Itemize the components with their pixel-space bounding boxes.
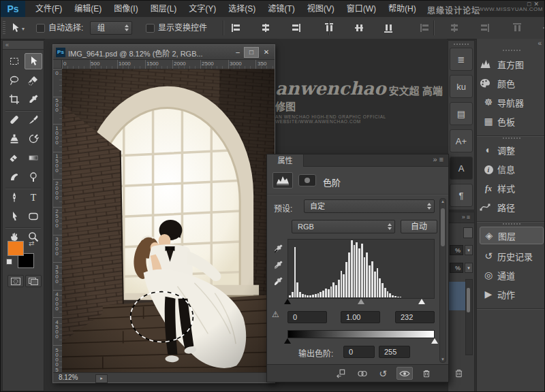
reset-icon[interactable]: ↺: [375, 367, 391, 380]
black-input-slider[interactable]: [284, 299, 291, 304]
delete-layer-icon[interactable]: [454, 368, 464, 378]
gray-point-eyedropper[interactable]: [271, 258, 285, 272]
paragraph-panel-icon[interactable]: ¶: [450, 184, 473, 207]
align-horizontal-centers-icon[interactable]: [260, 23, 271, 33]
selected-layer-sliver[interactable]: [448, 282, 466, 310]
output-black-field[interactable]: 0: [343, 346, 375, 358]
properties-scrollbar[interactable]: ▲ ▼: [439, 198, 446, 363]
auto-select-dropdown[interactable]: 组: [90, 21, 132, 35]
menu-help[interactable]: 帮助(H): [382, 1, 422, 17]
panel-menu-icon[interactable]: ≡: [467, 214, 471, 220]
scroll-up-icon[interactable]: ▲: [440, 199, 446, 203]
panel-actions[interactable]: ▶ 动作: [480, 285, 544, 303]
align-right-edges-icon[interactable]: [290, 23, 301, 33]
layers-scrollbar[interactable]: [465, 279, 473, 355]
fill-field-sliver[interactable]: %: [450, 263, 463, 273]
foreground-color-swatch[interactable]: [7, 241, 24, 256]
type-tool[interactable]: T: [25, 189, 42, 206]
zoom-level[interactable]: 8.12%: [59, 374, 78, 381]
rectangular-marquee-tool[interactable]: [5, 53, 23, 69]
opacity-field-sliver[interactable]: %: [450, 245, 463, 255]
panel-history[interactable]: ↺ 历史记录: [480, 247, 544, 265]
menu-file[interactable]: 文件(F): [29, 1, 68, 17]
opacity-dropdown-icon[interactable]: ▾: [465, 245, 473, 255]
document-titlebar[interactable]: Ps IMG_9641.psd @ 8.12% (色阶 2, RGB... – …: [53, 45, 275, 60]
layer-mask-icon[interactable]: [298, 174, 316, 186]
panel-adjustments[interactable]: ◐ 调整: [480, 141, 544, 159]
panel-paths[interactable]: 路径: [480, 198, 544, 216]
expand-icon[interactable]: »: [462, 214, 467, 220]
input-gamma-field[interactable]: 1.00: [341, 311, 380, 323]
character-styles-panel-icon[interactable]: A+: [450, 129, 473, 152]
status-info-button[interactable]: ▸: [95, 374, 108, 383]
align-bottom-edges-icon[interactable]: [384, 22, 393, 33]
menu-edit[interactable]: 编辑(E): [68, 1, 108, 17]
panel-histogram[interactable]: 直方图: [480, 55, 544, 73]
distribute-top-icon[interactable]: [420, 23, 431, 33]
distribute-hcenter-icon[interactable]: [542, 22, 545, 33]
menu-image[interactable]: 图像(I): [108, 1, 144, 17]
menu-type[interactable]: 文字(Y): [183, 1, 222, 17]
panel-navigator[interactable]: ☸ 导航器: [480, 93, 544, 111]
panel-layers-selected[interactable]: ◈ 图层: [480, 227, 544, 244]
swap-colors-icon[interactable]: ⇄: [29, 240, 34, 247]
scrollbar-thumb[interactable]: [467, 288, 470, 312]
screen-mode-button[interactable]: [25, 275, 42, 287]
align-left-edges-icon[interactable]: [231, 23, 242, 33]
distribute-vcenter-icon[interactable]: [449, 23, 460, 33]
dodge-tool[interactable]: [25, 169, 42, 185]
previous-state-icon[interactable]: [354, 367, 371, 380]
character-panel-icon[interactable]: A: [450, 157, 473, 180]
crop-tool[interactable]: [5, 91, 23, 108]
output-white-slider[interactable]: [431, 338, 438, 344]
input-white-field[interactable]: 232: [395, 311, 435, 323]
auto-select-checkbox[interactable]: [36, 24, 45, 33]
clip-to-layer-icon[interactable]: [332, 367, 349, 380]
black-point-eyedropper[interactable]: [271, 242, 285, 255]
panel-swatches[interactable]: ▦ 色板: [480, 112, 544, 130]
align-vertical-centers-icon[interactable]: [354, 22, 364, 33]
histogram-warning-icon[interactable]: ⚠: [272, 310, 279, 319]
brush-tool[interactable]: [25, 112, 42, 128]
doc-minimize-button[interactable]: –: [231, 47, 245, 58]
fill-dropdown-icon[interactable]: ▾: [465, 263, 473, 273]
eyedropper-tool[interactable]: [25, 91, 42, 108]
output-white-field[interactable]: 255: [379, 346, 410, 358]
spot-healing-tool[interactable]: [5, 112, 23, 128]
menu-layer[interactable]: 图层(L): [144, 1, 183, 17]
path-selection-tool[interactable]: [5, 208, 23, 225]
white-point-eyedropper[interactable]: [271, 274, 285, 288]
panel-info[interactable]: i 信息: [480, 160, 544, 178]
levels-adjustment-icon[interactable]: [272, 172, 293, 189]
preset-dropdown[interactable]: 自定: [304, 199, 435, 213]
output-black-slider[interactable]: [284, 338, 291, 344]
tools-panel-header[interactable]: «: [3, 41, 44, 50]
menu-filter[interactable]: 滤镜(T): [262, 1, 300, 17]
scroll-down-icon[interactable]: ▼: [440, 357, 446, 361]
delete-adjustment-icon[interactable]: [418, 367, 435, 380]
expand-icon[interactable]: »: [433, 155, 439, 163]
panel-styles[interactable]: fx 样式: [480, 179, 544, 197]
panel-color[interactable]: 颜色: [480, 74, 544, 92]
menu-window[interactable]: 窗口(W): [341, 1, 382, 17]
clone-source-panel-icon[interactable]: ▤: [450, 102, 473, 125]
gamma-input-slider[interactable]: [358, 299, 364, 304]
quick-mask-button[interactable]: [7, 275, 24, 287]
menu-view[interactable]: 视图(V): [301, 1, 341, 17]
layer-filter-toggle[interactable]: [463, 227, 473, 238]
pen-tool[interactable]: [5, 189, 23, 206]
eraser-tool[interactable]: [5, 150, 23, 166]
quick-selection-tool[interactable]: [25, 72, 42, 88]
doc-close-button[interactable]: ✕: [260, 47, 273, 58]
panel-menu-icon[interactable]: ≡: [439, 155, 446, 163]
panel-channels[interactable]: ◎ 通道: [480, 266, 544, 284]
clone-stamp-tool[interactable]: [5, 131, 23, 147]
visibility-eye-icon[interactable]: [396, 367, 413, 380]
menu-select[interactable]: 选择(S): [222, 1, 262, 17]
properties-tab[interactable]: 属性: [267, 154, 304, 167]
timeline-panel-icon[interactable]: ≣: [450, 48, 473, 71]
collapse-icon[interactable]: «: [538, 39, 542, 47]
lasso-tool[interactable]: [5, 72, 23, 88]
distribute-bottom-icon[interactable]: [479, 23, 490, 33]
history-brush-tool[interactable]: [25, 131, 42, 147]
